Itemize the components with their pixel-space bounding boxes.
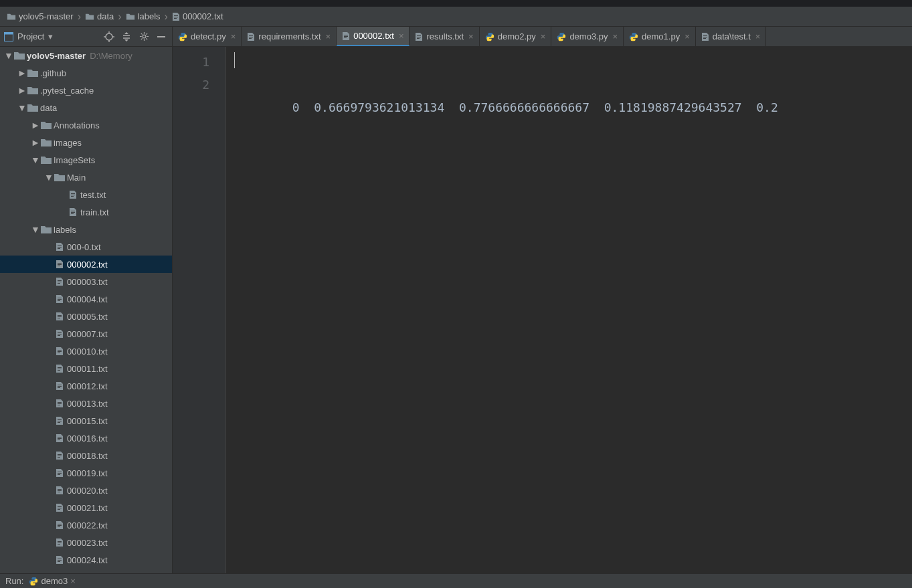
close-icon[interactable]: × (685, 31, 690, 41)
close-icon[interactable]: × (541, 31, 546, 41)
file-icon (54, 293, 66, 305)
tree-folder[interactable]: ►images (0, 134, 172, 151)
tree-file[interactable]: 000023.txt (0, 534, 172, 551)
close-icon[interactable]: × (231, 31, 236, 41)
python-icon (557, 32, 566, 41)
tree-label: 000004.txt (67, 294, 108, 304)
tree-label: images (54, 138, 82, 148)
tree-file[interactable]: 000021.txt (0, 499, 172, 516)
project-tree[interactable]: ▼ yolov5-master D:\Memory ►.github►.pyte… (0, 47, 172, 573)
close-icon[interactable]: × (326, 31, 331, 41)
breadcrumb-root[interactable]: yolov5-master (7, 11, 74, 21)
project-dropdown[interactable]: Project ▾ (4, 31, 98, 41)
tree-file[interactable]: 000-0.txt (0, 238, 172, 256)
editor-tab[interactable]: demo1.py× (624, 27, 696, 46)
project-toolbar: Project ▾ (0, 27, 172, 47)
breadcrumb-file[interactable]: 000002.txt (172, 11, 223, 21)
gear-icon[interactable] (137, 30, 151, 43)
tree-file[interactable]: 000004.txt (0, 290, 172, 308)
close-icon[interactable]: × (70, 576, 76, 586)
tab-label: demo3.py (569, 31, 608, 41)
tree-file[interactable]: 000010.txt (0, 342, 172, 360)
tree-root[interactable]: ▼ yolov5-master D:\Memory (0, 47, 172, 64)
tree-folder[interactable]: ▼data (0, 99, 172, 116)
editor-tab[interactable]: results.txt× (409, 27, 479, 46)
editor-tab[interactable]: demo3.py× (551, 27, 624, 46)
file-icon (54, 241, 66, 253)
expand-arrow-icon[interactable]: ▼ (17, 102, 27, 113)
tree-file[interactable]: 000015.txt (0, 412, 172, 429)
tree-file[interactable]: 000024.txt (0, 551, 172, 569)
folder-icon (27, 84, 39, 96)
tree-file[interactable]: 000011.txt (0, 360, 172, 377)
tree-file[interactable]: 000018.txt (0, 447, 172, 464)
editor-tab[interactable]: 000002.txt× (337, 27, 409, 46)
tree-file[interactable]: train.txt (0, 203, 172, 221)
expand-arrow-icon[interactable]: ▼ (31, 155, 40, 165)
tree-file[interactable]: 000016.txt (0, 429, 172, 447)
folder-icon (85, 12, 94, 21)
bottom-bar: Run: demo3 × (0, 573, 912, 588)
editor-line: 0 0.6669793621013134 0.7766666666666667 … (292, 100, 778, 114)
expand-arrow-icon[interactable]: ► (17, 68, 27, 78)
run-config[interactable]: demo3 × (29, 576, 75, 586)
expand-arrow-icon[interactable]: ► (31, 137, 40, 148)
expand-arrow-icon[interactable]: ► (31, 120, 40, 130)
svg-point-2 (106, 33, 112, 40)
tree-file[interactable]: 000003.txt (0, 273, 172, 290)
expand-arrow-icon[interactable]: ▼ (31, 224, 40, 235)
expand-arrow-icon[interactable]: ► (17, 85, 27, 96)
tree-file[interactable]: 000005.txt (0, 308, 172, 325)
breadcrumb-part[interactable]: data (85, 11, 114, 21)
expand-arrow-icon[interactable]: ▼ (4, 50, 13, 61)
tree-file[interactable]: 000012.txt (0, 377, 172, 395)
expand-arrow-icon[interactable]: ▼ (44, 172, 54, 183)
tab-label: detect.py (191, 31, 226, 41)
tree-folder[interactable]: ►.pytest_cache (0, 82, 172, 99)
tree-folder[interactable]: ▼Main (0, 169, 172, 186)
svg-rect-4 (157, 36, 165, 37)
tree-folder[interactable]: ►.github (0, 64, 172, 82)
target-icon[interactable] (102, 30, 116, 43)
close-icon[interactable]: × (399, 31, 404, 41)
tree-file[interactable]: 000019.txt (0, 464, 172, 482)
project-folder-icon (13, 50, 25, 62)
editor-tab[interactable]: data\test.t× (696, 27, 767, 46)
editor-content[interactable]: 0 0.6669793621013134 0.7766666666666667 … (226, 47, 912, 573)
file-icon (54, 484, 66, 496)
collapse-icon[interactable] (120, 30, 133, 43)
close-icon[interactable]: × (612, 31, 618, 41)
tree-file[interactable]: 000007.txt (0, 325, 172, 342)
folder-icon (54, 171, 66, 183)
tree-label: data (40, 103, 57, 113)
tree-label: 000020.txt (67, 486, 108, 496)
tree-label: 000019.txt (67, 468, 108, 478)
project-label: Project (17, 31, 44, 41)
editor-tabs: detect.py×requirements.txt×000002.txt×re… (173, 27, 912, 47)
svg-rect-1 (5, 32, 13, 34)
tree-label: 000002.txt (67, 260, 108, 270)
editor-tab[interactable]: requirements.txt× (242, 27, 337, 46)
breadcrumb-label: 000002.txt (183, 11, 223, 21)
line-gutter: 12 (173, 47, 226, 573)
tree-folder[interactable]: ▼ImageSets (0, 151, 172, 169)
breadcrumb-part[interactable]: labels (126, 11, 161, 21)
file-icon (342, 31, 350, 41)
tree-folder[interactable]: ▼labels (0, 221, 172, 238)
editor-tab[interactable]: demo2.py× (480, 27, 552, 46)
tree-file[interactable]: test.txt (0, 186, 172, 203)
folder-icon (40, 136, 52, 149)
hide-icon[interactable] (155, 30, 168, 43)
tree-label: labels (54, 225, 76, 235)
close-icon[interactable]: × (755, 31, 761, 41)
tree-file[interactable]: 000002.txt (0, 256, 172, 273)
tree-file[interactable]: 000022.txt (0, 516, 172, 534)
file-icon (54, 345, 66, 357)
tree-folder[interactable]: ►Annotations (0, 116, 172, 134)
tree-file[interactable]: 000020.txt (0, 482, 172, 499)
tree-file[interactable]: 000013.txt (0, 395, 172, 412)
close-icon[interactable]: × (468, 31, 474, 41)
file-icon (247, 32, 255, 41)
editor-tab[interactable]: detect.py× (173, 27, 242, 46)
file-icon (54, 467, 66, 479)
